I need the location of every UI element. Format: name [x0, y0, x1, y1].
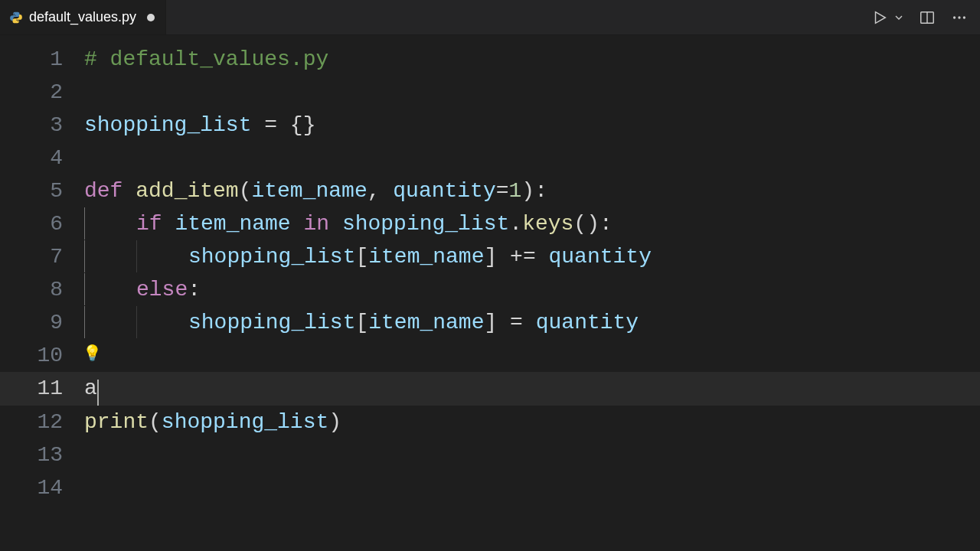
dirty-indicator-icon [147, 14, 155, 21]
svg-point-2 [953, 16, 956, 18]
line-number: 5 [0, 174, 84, 207]
split-editor-icon[interactable] [917, 8, 937, 28]
line-number: 10💡 [0, 339, 84, 372]
python-file-icon [9, 11, 23, 24]
line-number: 4 [0, 142, 84, 174]
code-line[interactable]: 14 [0, 471, 980, 504]
code-line[interactable]: 2 [0, 76, 980, 109]
line-number: 14 [0, 471, 84, 504]
line-number: 13 [0, 439, 84, 471]
lightbulb-icon[interactable]: 💡 [83, 337, 102, 370]
editor-titlebar-actions [870, 0, 969, 34]
code-content[interactable]: if item_name in shopping_list.keys(): [84, 207, 980, 240]
line-number: 1 [0, 43, 84, 76]
code-content[interactable]: else: [84, 273, 980, 306]
code-content[interactable]: # default_values.py [84, 43, 980, 76]
run-icon[interactable] [870, 8, 890, 28]
code-line[interactable]: 6if item_name in shopping_list.keys(): [0, 207, 980, 240]
code-line[interactable]: 11a [0, 372, 980, 406]
run-dropdown-icon[interactable] [893, 8, 905, 28]
code-line[interactable]: 7shopping_list[item_name] += quantity [0, 240, 980, 273]
code-content[interactable]: shopping_list[item_name] += quantity [84, 240, 980, 273]
code-line[interactable]: 8else: [0, 273, 980, 306]
code-editor[interactable]: 1# default_values.py23shopping_list = {}… [0, 35, 980, 504]
tab-bar: default_values.py [0, 0, 980, 35]
code-line[interactable]: 3shopping_list = {} [0, 109, 980, 142]
code-line[interactable]: 9shopping_list[item_name] = quantity [0, 306, 980, 339]
more-actions-icon[interactable] [949, 8, 969, 28]
code-content[interactable]: shopping_list = {} [84, 109, 980, 142]
code-line[interactable]: 12print(shopping_list) [0, 406, 980, 439]
tab-filename: default_values.py [29, 9, 136, 25]
code-content[interactable]: a [84, 372, 980, 406]
line-number: 7 [0, 240, 84, 273]
code-content[interactable]: def add_item(item_name, quantity=1): [84, 174, 980, 207]
code-line[interactable]: 13 [0, 439, 980, 471]
code-line[interactable]: 4 [0, 142, 980, 174]
line-number: 11 [0, 372, 84, 405]
svg-point-4 [963, 16, 965, 18]
code-content[interactable]: shopping_list[item_name] = quantity [84, 306, 980, 339]
text-cursor [97, 380, 99, 406]
line-number: 6 [0, 207, 84, 240]
code-line[interactable]: 1# default_values.py [0, 43, 980, 76]
tab-default-values[interactable]: default_values.py [0, 0, 166, 34]
line-number: 12 [0, 406, 84, 439]
line-number: 9 [0, 306, 84, 339]
code-content[interactable]: print(shopping_list) [84, 406, 980, 439]
line-number: 2 [0, 76, 84, 109]
code-line[interactable]: 5def add_item(item_name, quantity=1): [0, 174, 980, 207]
code-line[interactable]: 10💡 [0, 339, 980, 372]
line-number: 3 [0, 109, 84, 142]
svg-point-3 [958, 16, 960, 18]
line-number: 8 [0, 273, 84, 306]
